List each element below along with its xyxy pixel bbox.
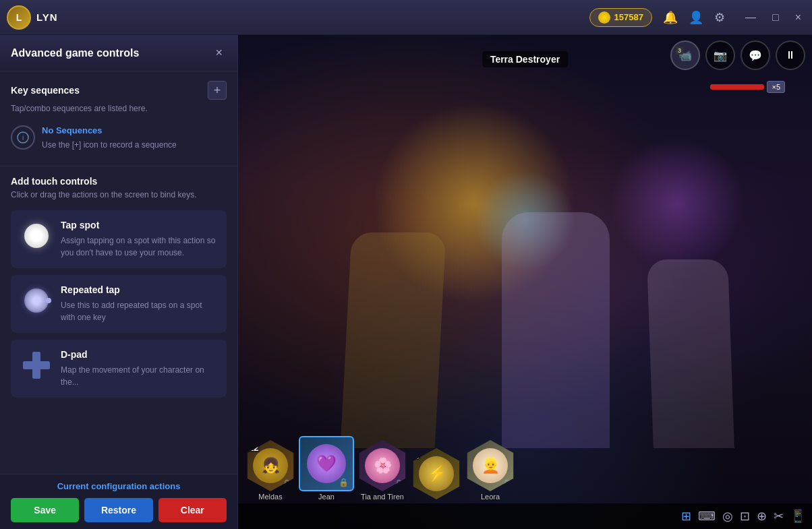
top-bar: L LYN 157587 🔔 👤 ⚙ — □ × [0, 0, 812, 35]
char-meldas: 👧 12 🔒 Meldas [245, 440, 296, 501]
tool-mobile-icon[interactable]: 📱 [790, 509, 805, 524]
left-panel: Advanced game controls × Key sequences +… [0, 35, 238, 529]
panel-title: Advanced game controls [11, 47, 139, 59]
repeated-tap-card[interactable]: Repeated tap Use this to add repeated ta… [11, 275, 227, 333]
settings-icon[interactable]: ⚙ [714, 10, 725, 25]
meldas-num: 12 [249, 443, 258, 453]
leora-lock: 🔒 [502, 479, 512, 489]
tap-spot-title: Tap spot [61, 220, 217, 230]
char-leora-hex[interactable]: 👱 🔒 [465, 440, 516, 491]
leora-name: Leora [481, 493, 500, 501]
character-row: 👧 12 🔒 Meldas 💜 🔒 Jean 🌸 🔒 [238, 436, 812, 501]
tool-keyboard-icon[interactable]: ⌨ [698, 509, 716, 524]
main-content: Advanced game controls × Key sequences +… [0, 35, 812, 529]
tool-grid-icon[interactable]: ⊞ [681, 509, 691, 524]
screenshot-button[interactable]: 📷 [705, 40, 735, 70]
char4-avatar: ⚡ [419, 456, 454, 491]
save-button[interactable]: Save [11, 498, 79, 522]
enemy-hp-area: ×5 [710, 81, 785, 93]
tool-map-icon[interactable]: ⊕ [757, 509, 767, 524]
char4-num: 9 [415, 451, 419, 461]
tap-spot-icon [24, 224, 49, 248]
char-4: ⚡ 9 [411, 448, 462, 501]
no-sequences: i No Sequences Use the [+] icon to recor… [11, 120, 227, 156]
app-title: LYN [36, 11, 58, 23]
dpad-icon [23, 352, 50, 379]
tap-spot-text: Tap spot Assign tapping on a spot with t… [61, 220, 217, 259]
maximize-button[interactable]: □ [768, 10, 783, 25]
section-header: Key sequences + [11, 81, 227, 100]
hero-silhouette-1 [341, 232, 446, 448]
config-bar: Current configuration actions Save Resto… [0, 474, 237, 529]
window-controls: — □ × [741, 10, 805, 25]
dpad-text: D-pad Map the movement of your character… [61, 349, 217, 388]
config-buttons: Save Restore Clear [11, 498, 227, 522]
char-leora: 👱 🔒 Leora [465, 440, 516, 501]
tia-name: Tia and Tiren [361, 493, 404, 501]
dpad-card[interactable]: D-pad Map the movement of your character… [11, 340, 227, 398]
game-top-bar: 📹 3 📷 💬 ⏸ [670, 40, 805, 70]
tool-scissors-icon[interactable]: ✂ [774, 509, 784, 524]
char-tia: 🌸 🔒 Tia and Tiren [357, 440, 408, 501]
speed-badge: ×5 [767, 81, 785, 93]
key-sequences-subtitle: Tap/combo sequences are listed here. [11, 104, 227, 113]
pause-button[interactable]: ⏸ [776, 40, 805, 70]
chat-button[interactable]: 💬 [741, 40, 770, 70]
coin-icon [598, 11, 610, 24]
touch-controls-subtitle: Click or drag the actions on the screen … [11, 189, 227, 201]
clear-button[interactable]: Clear [158, 498, 227, 522]
repeated-tap-desc: Use this to add repeated taps on a spot … [61, 299, 217, 323]
tap-spot-icon-wrap [20, 220, 53, 252]
hero-silhouette-2 [647, 259, 734, 448]
notification-icon[interactable]: 🔔 [663, 10, 678, 25]
char-tia-hex[interactable]: 🌸 🔒 [357, 440, 408, 491]
profile-icon[interactable]: 👤 [689, 10, 703, 25]
record-badge: 3 [676, 46, 683, 55]
coin-badge: 157587 [589, 8, 652, 27]
game-bottom-bar: ⊞ ⌨ ◎ ⊡ ⊕ ✂ 📱 [238, 503, 812, 529]
panel-header: Advanced game controls × [0, 35, 237, 71]
game-area: Terra Destroyer 📹 3 📷 💬 ⏸ ×5 👧 [238, 35, 812, 529]
no-sequences-link[interactable]: No Sequences [42, 125, 177, 135]
jean-lock: 🔒 [339, 478, 349, 487]
panel-close-button[interactable]: × [211, 44, 227, 61]
dpad-title: D-pad [61, 349, 217, 360]
touch-controls-section: Add touch controls Click or drag the act… [0, 166, 237, 414]
enemy-hp-bar [710, 84, 764, 90]
meldas-lock: 🔒 [282, 479, 292, 489]
restore-button[interactable]: Restore [84, 498, 152, 522]
char-4-hex[interactable]: ⚡ 9 [411, 448, 462, 499]
repeated-tap-title: Repeated tap [61, 284, 217, 295]
repeated-tap-icon [24, 288, 49, 313]
dpad-icon-wrap [20, 349, 53, 381]
tap-spot-card[interactable]: Tap spot Assign tapping on a spot with t… [11, 210, 227, 268]
key-sequences-title: Key sequences [11, 85, 80, 96]
tia-avatar: 🌸 [365, 448, 400, 483]
add-sequence-button[interactable]: + [208, 81, 227, 100]
minimize-button[interactable]: — [741, 10, 760, 25]
boss-label: Terra Destroyer [482, 51, 568, 67]
config-label: Current configuration actions [11, 481, 227, 491]
svg-text:i: i [22, 134, 24, 142]
window-close-button[interactable]: × [791, 10, 805, 25]
tap-spot-desc: Assign tapping on a spot with this actio… [61, 235, 217, 259]
sequence-icon: i [11, 125, 35, 150]
fight-effect-2 [610, 136, 745, 271]
char-meldas-hex[interactable]: 👧 12 🔒 [245, 440, 296, 491]
no-sequences-text: No Sequences Use the [+] icon to record … [42, 125, 177, 151]
tool-screen-icon[interactable]: ⊡ [740, 509, 750, 524]
dpad-desc: Map the movement of your character on th… [61, 364, 217, 388]
tia-lock: 🔒 [394, 479, 404, 489]
record-button[interactable]: 📹 3 [670, 40, 700, 70]
panel-scroll: Key sequences + Tap/combo sequences are … [0, 71, 237, 474]
touch-controls-title: Add touch controls [11, 176, 227, 187]
repeated-tap-text: Repeated tap Use this to add repeated ta… [61, 284, 217, 323]
char-jean: 💜 🔒 Jean [299, 436, 354, 501]
top-bar-right: 157587 🔔 👤 ⚙ — □ × [589, 8, 805, 27]
char-jean-hex[interactable]: 💜 🔒 [299, 436, 354, 491]
avatar: L [7, 5, 31, 30]
tool-target-icon[interactable]: ◎ [722, 509, 733, 524]
jean-name: Jean [318, 493, 335, 501]
leora-avatar: 👱 [473, 448, 508, 483]
meldas-name: Meldas [258, 493, 282, 501]
